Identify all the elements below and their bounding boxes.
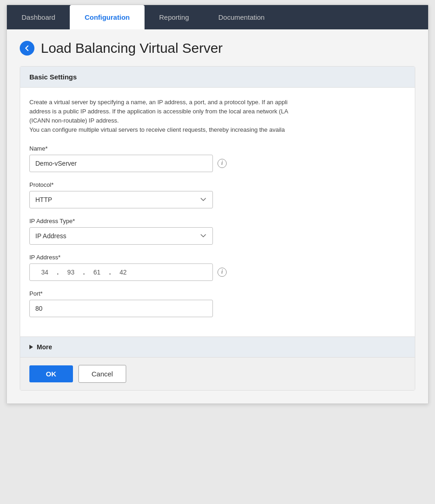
ip-address-label: IP Address* xyxy=(29,254,406,261)
ip-dot-2: . xyxy=(83,269,85,276)
back-button[interactable] xyxy=(20,41,34,56)
tab-documentation[interactable]: Documentation xyxy=(204,5,279,29)
protocol-field-group: Protocol* HTTP HTTPS TCP UDP SSL xyxy=(29,181,406,208)
section-header: Basic Settings xyxy=(20,67,415,88)
more-label: More xyxy=(37,343,52,351)
ip-dot-3: . xyxy=(109,269,111,276)
port-label: Port* xyxy=(29,290,406,297)
port-field-group: Port* xyxy=(29,290,406,317)
page-content: Load Balancing Virtual Server Basic Sett… xyxy=(7,29,428,403)
ip-address-type-field-group: IP Address Type* IP Address Non Addressa… xyxy=(29,218,406,245)
card-body: Create a virtual server by specifying a … xyxy=(20,88,415,336)
port-input[interactable] xyxy=(29,300,213,317)
ip-octet-1[interactable] xyxy=(34,269,55,276)
more-triangle-icon xyxy=(29,345,33,349)
protocol-select[interactable]: HTTP HTTPS TCP UDP SSL xyxy=(29,191,213,208)
page-title: Load Balancing Virtual Server xyxy=(41,40,223,56)
name-field-group: Name* i xyxy=(29,145,406,172)
ok-button[interactable]: OK xyxy=(29,365,73,382)
ip-address-input-wrapper: . . . i xyxy=(29,263,406,281)
ip-octet-2[interactable] xyxy=(61,269,81,276)
card-footer: OK Cancel xyxy=(20,357,415,390)
name-label: Name* xyxy=(29,145,406,152)
ip-address-field-group: IP Address* . . . i xyxy=(29,254,406,281)
ip-address-type-label: IP Address Type* xyxy=(29,218,406,224)
ip-dot-1: . xyxy=(57,269,59,276)
tab-configuration[interactable]: Configuration xyxy=(70,5,144,29)
protocol-label: Protocol* xyxy=(29,181,406,188)
tab-dashboard[interactable]: Dashboard xyxy=(7,5,70,29)
ip-address-type-select[interactable]: IP Address Non Addressable Wildcard xyxy=(29,227,213,245)
name-input[interactable] xyxy=(29,155,213,172)
name-info-icon[interactable]: i xyxy=(218,159,227,168)
form-card: Basic Settings Create a virtual server b… xyxy=(20,66,415,391)
ip-input-container: . . . xyxy=(29,263,213,281)
ip-octet-4[interactable] xyxy=(113,269,134,276)
more-section[interactable]: More xyxy=(20,336,415,357)
page-header: Load Balancing Virtual Server xyxy=(20,40,415,56)
description-text: Create a virtual server by specifying a … xyxy=(29,98,406,135)
ip-octet-3[interactable] xyxy=(87,269,107,276)
tab-reporting[interactable]: Reporting xyxy=(145,5,204,29)
name-input-wrapper: i xyxy=(29,155,406,172)
nav-tabs: Dashboard Configuration Reporting Docume… xyxy=(7,5,428,29)
cancel-button[interactable]: Cancel xyxy=(78,365,127,383)
ip-info-icon[interactable]: i xyxy=(218,268,227,277)
